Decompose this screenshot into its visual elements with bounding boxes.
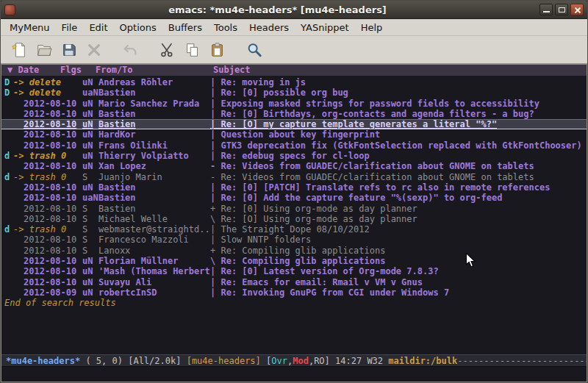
row-mark [1,140,13,151]
row-from: Mario Sanchez Prada [98,99,210,109]
menu-item-help[interactable]: Help [355,21,389,35]
search-button[interactable] [242,38,267,62]
message-row[interactable]: D-> deleteuaNBastien| Re: [0] possible o… [1,87,587,98]
row-flags: uaN [82,87,98,98]
menu-item-edit[interactable]: Edit [83,21,113,35]
message-row[interactable]: 2012-08-10uNFrans Oilinki| GTK3 deprecat… [1,140,587,151]
row-from: Bastien [98,204,210,214]
row-date: 2012-08-10 [13,256,82,266]
row-mark: D [1,77,13,87]
row-subject: | Re: moving in js [210,77,587,87]
message-row[interactable]: 2012-08-10SMichael Welle\ Re: [O] Using … [1,214,587,224]
message-row[interactable]: 2012-08-10uNBastien| Re: [0] Birthdays, … [1,109,587,119]
row-date: 2012-08-10 [13,246,82,256]
modeline-size: [All/2.0k] [128,356,186,366]
row-subject: | Re: Emacs for email: Rmail v VM v Gnus [210,277,587,287]
cut-button[interactable] [155,38,180,62]
message-row[interactable]: D-> deleteuNAndreas Röhler| Re: moving i… [1,77,587,87]
message-row[interactable]: d-> trash 0SJuanjo Marin- Re: Videos fro… [1,172,587,182]
row-mark [1,161,13,171]
row-flags: uN [82,151,98,161]
message-row[interactable]: 2012-08-10uNMario Sanchez Prada| Exposin… [1,99,587,109]
message-row[interactable]: d-> trash 0Swebmaster@straightd...| The … [1,224,587,235]
row-date: 2012-08-10 [13,277,82,287]
message-row[interactable]: 2012-08-10uNFlorian Müllner\ Re: Compili… [1,256,587,266]
menu-item-file[interactable]: File [56,21,84,35]
message-row[interactable]: 2012-08-09uNrobertcInSD| Re: Invoking Gn… [1,287,587,298]
row-subject: | The Straight Dope 08/10/2012 [210,224,587,235]
copy-button[interactable] [180,38,205,62]
row-from: Michael Welle [98,214,210,224]
message-row[interactable]: 2012-08-10uaNBastien| Re: [0] Add the ca… [1,193,587,203]
row-date: 2012-08-10 [13,109,82,119]
row-flags: uN [82,99,98,109]
close-buffer-button[interactable] [82,38,107,62]
row-flags: uN [82,119,98,129]
menu-item-buffers[interactable]: Buffers [162,21,208,35]
row-subject: | Re: [O] my capture template generates … [210,119,587,129]
menu-item-options[interactable]: Options [114,21,162,35]
modeline-maildir: maildir:/bulk [388,356,457,366]
undo-button[interactable] [118,38,143,62]
menu-item-yasnippet[interactable]: YASnippet [295,21,355,35]
minimize-button[interactable] [539,4,553,15]
row-flags: uN [82,140,98,151]
cut-icon [159,42,176,58]
row-from: Thierry Volpiatto [98,151,210,161]
message-row[interactable]: 2012-08-10uNBastien| Re: [0] [PATCH] Tra… [1,182,587,193]
row-mark [1,99,13,109]
row-date: 2012-08-10 [13,182,82,193]
column-header-from[interactable]: From/To [96,65,213,76]
message-row[interactable]: 2012-08-10uNBastien| Re: [O] my capture … [1,119,587,129]
row-subject: | Slow NNTP folders [210,235,587,245]
new-file-button[interactable] [7,38,32,62]
row-from: Bastien [98,87,210,98]
message-row[interactable]: 2012-08-10SLanoxx+ Re: Compiling glib ap… [1,246,587,256]
row-mark: d [1,151,13,161]
header-line: ▼ DateFlgsFrom/ToSubject [1,65,587,76]
message-row[interactable]: d-> trash 0uNThierry Volpiatto| Re: edeb… [1,151,587,161]
row-flags: uN [82,287,98,298]
row-mark [1,119,13,129]
modeline-week: W32 [362,356,388,366]
maximize-icon [559,7,565,12]
menu-item-tools[interactable]: Tools [208,21,243,35]
open-icon [36,42,52,58]
window-icon[interactable] [4,4,15,15]
menu-item-mymenu[interactable]: MyMenu [4,21,56,35]
row-mark [1,246,13,256]
maximize-button[interactable] [555,4,568,15]
message-row[interactable]: 2012-08-10uNHardKor| Question about key … [1,129,587,140]
column-header-subject[interactable]: Subject [213,65,251,75]
row-flags: S [82,235,98,245]
row-date: 2012-08-10 [13,140,82,151]
row-date: 2012-08-10 [13,235,82,245]
message-row[interactable]: 2012-08-10SBastien+ Re: [0] Using org-mo… [1,204,587,214]
row-from: 'Mash (Thomas Herbert) [98,266,210,276]
row-flags: S [82,204,98,214]
row-date: 2012-08-10 [13,193,82,203]
window-controls [539,4,584,15]
minibuffer[interactable] [1,367,587,382]
message-row[interactable]: 2012-08-10uN'Mash (Thomas Herbert)| Re: … [1,266,587,276]
column-header-date[interactable]: ▼ Date [1,65,60,76]
row-subject: | Re: [0] [PATCH] Translate refs to rc a… [210,182,587,193]
message-row[interactable]: 2012-08-10uNXan Lopez- Re: Videos from G… [1,161,587,171]
row-subject: | GTK3 deprecation fix (GtkFontSelection… [210,140,587,151]
menu-item-headers[interactable]: Headers [243,21,295,35]
row-date: 2012-08-10 [13,129,82,140]
save-button[interactable] [57,38,82,62]
modeline[interactable]: *mu4e-headers* ( 5, 0) [All/2.0k] [mu4e-… [1,354,587,367]
open-button[interactable] [32,38,57,62]
modeline-modified-flag: Mod [293,356,309,366]
message-row[interactable]: 2012-08-10SFrancesco Mazzoli| Slow NNTP … [1,235,587,245]
row-mark-action: -> delete [13,87,82,98]
message-row[interactable]: 2012-08-10uNSuvayu Ali| Re: Emacs for em… [1,277,587,287]
row-flags: uN [82,77,98,87]
paste-button[interactable] [205,38,230,62]
menu-bar: MyMenuFileEditOptionsBuffersToolsHeaders… [1,19,587,36]
close-button[interactable] [570,4,584,15]
row-flags: uN [82,266,98,276]
column-header-flags[interactable]: Flgs [60,65,96,76]
row-subject: | Re: [0] Add the capture feature "%(sex… [210,193,587,203]
